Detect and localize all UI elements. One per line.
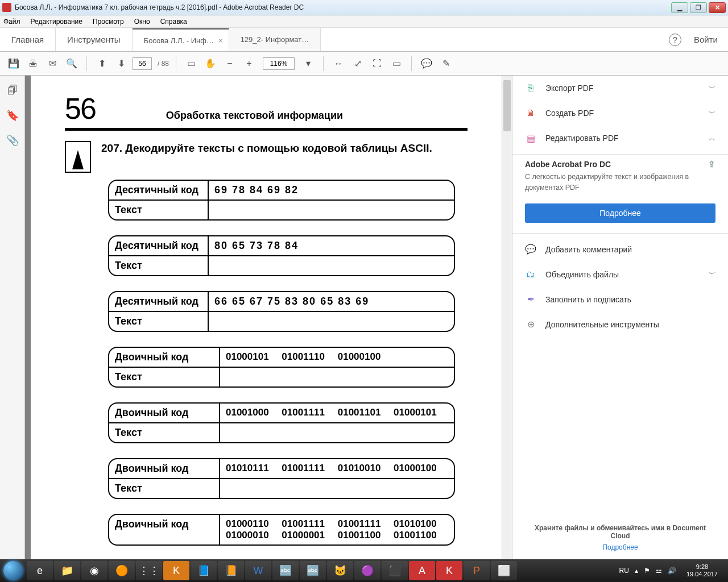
menu-file[interactable]: Файл: [3, 18, 20, 26]
pdf-page: 56 Обработка текстовой информации 207. Д…: [31, 76, 502, 559]
highlight-icon[interactable]: ✎: [438, 56, 454, 72]
upper-tab-row: Главная Инструменты Босова Л.Л. - Инф… ×…: [0, 28, 728, 52]
chapter-title: Обработка текстовой информации: [166, 110, 343, 122]
add-comment-item[interactable]: 💬 Добавить комментарий: [512, 237, 728, 262]
system-tray: RU ▴ ⚑ ⚍ 🔊 9:28 19.04.2017: [614, 563, 728, 578]
code-table-4: Двоичный код01000101 01001110 01000100 Т…: [108, 347, 455, 388]
edit-pdf-item[interactable]: ▤ Редактировать PDF ︿: [512, 126, 728, 151]
login-link[interactable]: Войти: [694, 35, 718, 44]
taskbar-ie-icon[interactable]: e: [27, 561, 53, 580]
label-bin: Двоичный код: [109, 515, 220, 544]
reading-mode-icon[interactable]: ▭: [388, 56, 404, 72]
taskbar-chrome-icon[interactable]: ◉: [81, 561, 107, 580]
save-icon[interactable]: 💾: [6, 56, 22, 72]
window-titlebar: Босова Л.Л. - Информатика 7 кл, рабочая …: [0, 0, 728, 15]
language-indicator[interactable]: RU: [619, 567, 629, 575]
thumbnails-icon[interactable]: 🗐: [7, 85, 18, 97]
taskbar-app-icon[interactable]: 🐱: [327, 561, 353, 580]
comment-icon[interactable]: 💬: [419, 56, 435, 72]
code-table-6: Двоичный код01010111 01001111 01010010 0…: [108, 458, 455, 499]
taskbar-app-icon[interactable]: ⋮⋮: [136, 561, 162, 580]
label-text: Текст: [109, 312, 209, 331]
taskbar-app-icon[interactable]: 🟣: [354, 561, 380, 580]
taskbar-clock[interactable]: 9:28 19.04.2017: [682, 563, 722, 578]
taskbar-app-icon[interactable]: 🟠: [109, 561, 135, 580]
page-number-input[interactable]: [133, 57, 152, 70]
edit-pdf-label: Редактировать PDF: [545, 134, 619, 143]
taskbar-app-icon[interactable]: ⬜: [491, 561, 517, 580]
more-tools-item[interactable]: ⊕ Дополнительные инструменты: [512, 312, 728, 337]
taskbar-app-icon[interactable]: K: [436, 561, 462, 580]
window-close-button[interactable]: ✕: [709, 2, 726, 13]
label-bin: Двоичный код: [109, 459, 220, 478]
menu-view[interactable]: Просмотр: [93, 18, 124, 26]
fill-sign-label: Заполнить и подписать: [545, 295, 631, 304]
fit-width-icon[interactable]: ↔: [330, 56, 346, 72]
document-viewport[interactable]: 56 Обработка текстовой информации 207. Д…: [25, 76, 512, 559]
print-icon[interactable]: 🖶: [25, 56, 41, 72]
taskbar-app-icon[interactable]: 📘: [191, 561, 217, 580]
page-down-icon[interactable]: ⬇: [113, 56, 129, 72]
add-comment-label: Добавить комментарий: [545, 245, 632, 254]
label-bin: Двоичный код: [109, 404, 220, 422]
taskbar-explorer-icon[interactable]: 📁: [54, 561, 80, 580]
menu-help[interactable]: Справка: [160, 18, 187, 26]
combine-icon: 🗂: [525, 269, 536, 280]
mail-icon[interactable]: ✉: [44, 56, 60, 72]
tray-volume-icon[interactable]: 🔊: [668, 567, 676, 575]
page-up-icon[interactable]: ⬆: [94, 56, 110, 72]
fill-sign-item[interactable]: ✒ Заполнить и подписать: [512, 287, 728, 312]
label-dec: Десятичный код: [109, 236, 209, 255]
taskbar-app-icon[interactable]: K: [163, 561, 189, 580]
zoom-level-input[interactable]: [263, 57, 295, 70]
learn-more-button[interactable]: Подробнее: [525, 203, 715, 223]
zoom-in-icon[interactable]: +: [241, 56, 257, 72]
scrollbar-thumb[interactable]: [503, 80, 511, 131]
window-minimize-button[interactable]: ▁: [671, 2, 688, 13]
code-value: 01000101 01001110 01000100: [220, 348, 454, 367]
zoom-dropdown-icon[interactable]: ▾: [300, 56, 316, 72]
select-tool-icon[interactable]: ▭: [183, 56, 199, 72]
cloud-promo-link[interactable]: Подробнее: [528, 543, 712, 551]
start-button[interactable]: [0, 559, 26, 582]
document-scrollbar[interactable]: [502, 76, 512, 559]
menu-window[interactable]: Окно: [134, 18, 150, 26]
clock-time: 9:28: [686, 563, 718, 571]
create-icon: 🗎: [525, 108, 536, 118]
document-tab-2[interactable]: 129_2- Информат…: [229, 28, 321, 51]
taskbar-app-icon[interactable]: 🔤: [300, 561, 326, 580]
fit-page-icon[interactable]: ⤢: [350, 56, 366, 72]
window-maximize-button[interactable]: ❐: [690, 2, 707, 13]
document-tab-1[interactable]: Босова Л.Л. - Инф… ×: [133, 28, 229, 51]
create-pdf-item[interactable]: 🗎 Создать PDF ﹀: [512, 101, 728, 126]
taskbar-app-icon[interactable]: ⬛: [382, 561, 408, 580]
help-icon[interactable]: ?: [669, 34, 681, 46]
tab-tools[interactable]: Инструменты: [56, 28, 133, 51]
left-rail: 🗐 🔖 📎: [0, 76, 25, 559]
export-pdf-item[interactable]: ⎘ Экспорт PDF ﹀: [512, 76, 728, 101]
document-tab-1-close-icon[interactable]: ×: [218, 36, 223, 45]
fullscreen-icon[interactable]: ⛶: [369, 56, 385, 72]
attachment-icon[interactable]: 📎: [6, 134, 19, 147]
zoom-out-icon[interactable]: −: [222, 56, 238, 72]
taskbar-word-icon[interactable]: W: [245, 561, 271, 580]
code-table-1: Десятичный код69 78 84 69 82 Текст: [108, 180, 455, 221]
taskbar-app-icon[interactable]: 🔤: [272, 561, 299, 580]
share-icon[interactable]: ⇪: [708, 159, 715, 169]
code-table-5: Двоичный код01001000 01001111 01001101 0…: [108, 402, 455, 443]
code-value: 01000110 01001111 01001111 01010100 0100…: [220, 515, 454, 544]
bookmark-icon[interactable]: 🔖: [6, 109, 19, 122]
tray-arrow-icon[interactable]: ▴: [635, 567, 638, 575]
tray-flag-icon[interactable]: ⚑: [644, 567, 650, 575]
hand-tool-icon[interactable]: ✋: [202, 56, 218, 72]
combine-files-item[interactable]: 🗂 Объединить файлы ﹀: [512, 262, 728, 287]
taskbar-acrobat-icon[interactable]: A: [409, 561, 435, 580]
taskbar-app-icon[interactable]: 📙: [218, 561, 244, 580]
tray-network-icon[interactable]: ⚍: [656, 567, 662, 575]
search-icon[interactable]: 🔍: [64, 56, 80, 72]
tools-panel: ⎘ Экспорт PDF ﹀ 🗎 Создать PDF ﹀ ▤ Редакт…: [512, 76, 728, 559]
tab-home[interactable]: Главная: [0, 28, 56, 51]
menu-edit[interactable]: Редактирование: [31, 18, 82, 26]
export-pdf-label: Экспорт PDF: [545, 84, 594, 93]
taskbar-powerpoint-icon[interactable]: P: [464, 561, 490, 580]
